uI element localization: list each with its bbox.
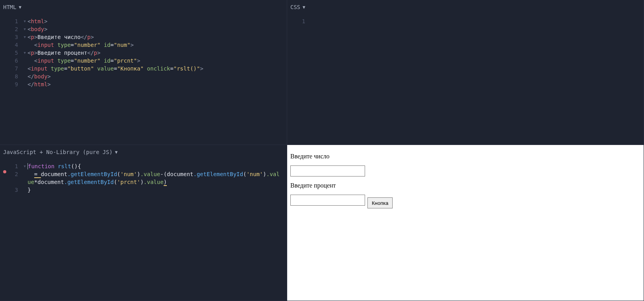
fold-icon[interactable]: ▼	[23, 25, 27, 33]
line-number: 1	[15, 163, 18, 169]
fold-icon[interactable]: ▼	[23, 17, 27, 25]
html-editor[interactable]: 1 ▼ <html> 2 ▼ <body> 3 ▼ <p>Введите чис…	[0, 14, 287, 88]
line-number: 7	[15, 65, 18, 72]
line-number: 2	[15, 171, 18, 177]
output-label-number: Введите число	[290, 153, 640, 160]
line-number: 4	[15, 42, 18, 48]
fold-icon[interactable]: ▼	[23, 33, 27, 41]
output-label-percent: Введите процент	[290, 182, 640, 189]
output-pane: Введите число Введите процент	[287, 145, 644, 301]
fold-icon[interactable]: ▼	[23, 49, 27, 57]
error-marker-icon[interactable]	[3, 170, 6, 173]
css-editor[interactable]: 1	[287, 14, 644, 25]
line-number: 1	[15, 18, 18, 24]
line-number: 6	[15, 58, 18, 64]
chevron-down-icon: ▼	[115, 150, 118, 155]
css-pane-header[interactable]: CSS ▼	[287, 0, 644, 14]
css-pane: CSS ▼ 1	[287, 0, 644, 145]
html-pane-title: HTML	[3, 4, 17, 10]
js-editor[interactable]: 1 ▼ function rslt(){ 2 = document.getEle…	[0, 159, 287, 194]
html-pane-header[interactable]: HTML ▼	[0, 0, 287, 14]
line-number: 2	[15, 26, 18, 32]
line-number: 3	[15, 34, 18, 40]
js-pane: JavaScript + No-Library (pure JS) ▼ 1 ▼ …	[0, 145, 287, 301]
prcnt-input[interactable]	[290, 195, 365, 206]
num-input[interactable]	[290, 165, 365, 177]
js-pane-title: JavaScript + No-Library (pure JS)	[3, 149, 113, 155]
result-button[interactable]	[367, 197, 393, 208]
chevron-down-icon: ▼	[303, 5, 305, 10]
line-number: 5	[15, 50, 18, 56]
css-pane-title: CSS	[290, 4, 300, 10]
line-number: 8	[15, 73, 18, 80]
line-number: 9	[15, 81, 18, 87]
js-pane-header[interactable]: JavaScript + No-Library (pure JS) ▼	[0, 145, 287, 159]
fold-icon[interactable]: ▼	[23, 162, 27, 170]
chevron-down-icon: ▼	[19, 5, 22, 10]
line-number: 3	[15, 187, 18, 193]
html-pane: HTML ▼ 1 ▼ <html> 2 ▼ <body> 3 ▼ <p>Введ…	[0, 0, 287, 145]
line-number: 1	[302, 18, 305, 24]
